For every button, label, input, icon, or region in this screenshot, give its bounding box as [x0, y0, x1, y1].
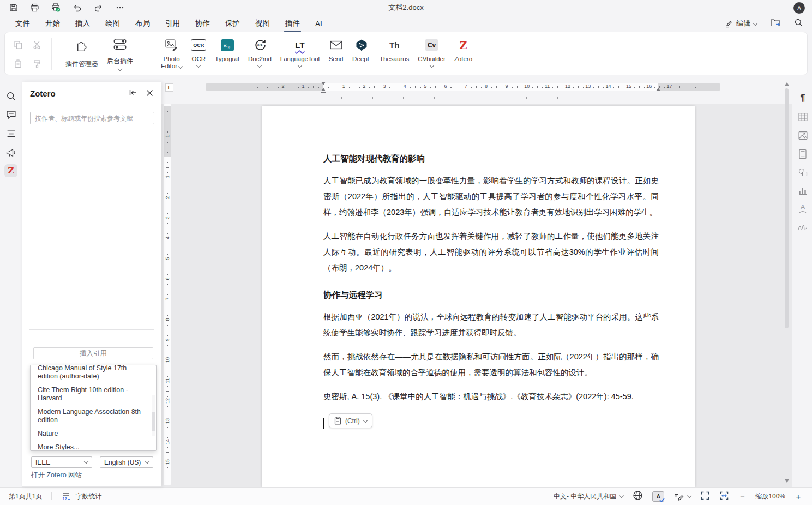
thesaurus-button[interactable]: Th Thesaurus [375, 38, 413, 63]
signature-icon[interactable] [796, 220, 809, 233]
table-icon[interactable] [796, 110, 809, 123]
photo-editor-button[interactable]: Photo Editor [157, 38, 187, 70]
word-count-button[interactable]: 12 字数统计 [61, 492, 101, 501]
citation-language-select[interactable]: English (US) [100, 456, 153, 468]
copy-icon[interactable] [14, 40, 23, 51]
close-panel-icon[interactable] [146, 89, 153, 99]
style-option-mla[interactable]: Modern Language Association 8th edition [38, 405, 145, 426]
zotero-panel-tab[interactable]: Z [4, 164, 17, 177]
fullscreen-icon[interactable] [700, 491, 710, 502]
tab-collaborate[interactable]: 协作 [195, 19, 210, 28]
first-line-indent-marker[interactable] [321, 82, 326, 85]
user-avatar[interactable]: A [793, 2, 805, 14]
clipboard-group [14, 40, 42, 70]
languagetool-button[interactable]: LT LanguageTool [276, 38, 324, 67]
language-selector[interactable]: 中文- 中华人民共和国 [554, 492, 623, 501]
scroll-down-icon[interactable] [785, 479, 789, 483]
format-painter-icon[interactable] [33, 59, 42, 70]
languagetool-icon: LT [295, 40, 304, 50]
scroll-up-icon[interactable] [785, 82, 789, 86]
citation-search-input[interactable] [30, 112, 154, 124]
left-indent-marker[interactable] [321, 92, 326, 93]
tab-draw[interactable]: 绘图 [105, 19, 120, 28]
doc-heading-2: 协作与远程学习 [323, 289, 659, 301]
search-icon[interactable] [4, 89, 17, 103]
edit-mode-label: 编辑 [736, 19, 750, 28]
formatting-marks-icon[interactable]: ¶ [796, 92, 809, 105]
paste-options-button[interactable]: (Ctrl) [329, 413, 372, 428]
background-plugins-button[interactable]: 后台插件 [103, 38, 137, 70]
panel-title: Zotero [30, 89, 129, 98]
deepl-icon [355, 38, 368, 52]
cvbuilder-button[interactable]: Cv CVbuilder [413, 38, 450, 67]
style-option-chicago[interactable]: Chicago Manual of Style 17th edition (au… [38, 365, 145, 383]
zoom-out-button[interactable]: − [738, 492, 746, 501]
globe-icon[interactable] [633, 490, 643, 502]
cut-icon[interactable] [33, 40, 42, 51]
tab-file[interactable]: 文件 [15, 19, 30, 28]
announcement-icon[interactable] [4, 146, 17, 159]
outline-icon[interactable] [4, 127, 17, 140]
document-scrollbar[interactable] [783, 80, 790, 487]
v-ruler[interactable]: 1123456789101112131415 [164, 104, 171, 485]
tab-selector-box[interactable]: L [165, 83, 173, 92]
tab-references[interactable]: 引用 [165, 19, 180, 28]
style-option-nature[interactable]: Nature [38, 426, 145, 440]
citation-language-value: English (US) [104, 459, 141, 466]
deepl-button[interactable]: DeepL [348, 38, 375, 63]
search-icon[interactable] [794, 18, 803, 29]
clipboard-icon [334, 417, 341, 425]
zotero-website-link[interactable]: 打开 Zotero 网站 [31, 471, 82, 480]
zotero-ribbon-button[interactable]: Z Zotero [450, 38, 477, 63]
citation-style-select[interactable]: IEEE [31, 456, 92, 468]
doc2md-button[interactable]: </> Doc2md [244, 38, 276, 67]
word-count-icon: 12 [61, 492, 71, 501]
plugin-manager-button[interactable]: 插件管理器 [61, 38, 103, 69]
insert-citation-button[interactable]: 插入引用 [33, 347, 153, 359]
image-icon[interactable] [796, 129, 809, 142]
text-cursor [323, 418, 324, 429]
chevron-down-icon [257, 63, 262, 68]
thesaurus-label: Thesaurus [380, 56, 409, 63]
style-option-more-styles[interactable]: More Styles... [38, 440, 145, 451]
chart-icon[interactable] [796, 184, 809, 197]
proofing-tools-button[interactable] [673, 492, 691, 501]
zoom-level-label[interactable]: 缩放100% [755, 492, 785, 501]
panel-divider [29, 329, 154, 330]
typograf-button[interactable]: «„ Typograf [210, 38, 244, 63]
send-button[interactable]: Send [324, 38, 348, 63]
tab-insert[interactable]: 插入 [75, 19, 90, 28]
comments-icon[interactable] [4, 108, 17, 121]
fit-width-icon[interactable] [719, 491, 729, 502]
edit-mode-selector[interactable]: 编辑 [725, 19, 757, 28]
right-indent-marker[interactable] [656, 88, 660, 91]
languagetool-label: LanguageTool [280, 56, 320, 63]
collapse-panel-icon[interactable] [129, 89, 137, 99]
plugin-manager-label: 插件管理器 [65, 59, 98, 69]
wordart-icon[interactable]: A [796, 202, 809, 215]
share-export-icon[interactable] [770, 18, 781, 29]
tab-view[interactable]: 视图 [255, 19, 270, 28]
puzzle-icon [75, 38, 89, 55]
tab-plugins[interactable]: 插件 [285, 19, 300, 28]
spellcheck-toggle[interactable]: A [652, 491, 664, 502]
h-ruler[interactable]: 211234567891011121314151617 [206, 83, 720, 91]
zoom-in-button[interactable]: + [795, 492, 802, 501]
paste-icon[interactable] [14, 59, 23, 70]
tab-layout[interactable]: 布局 [135, 19, 150, 28]
shapes-icon[interactable] [796, 166, 809, 179]
style-option-cite-them-right[interactable]: Cite Them Right 10th edition - Harvard [38, 383, 145, 405]
deepl-label: DeepL [352, 56, 371, 63]
tab-home[interactable]: 开始 [45, 19, 60, 28]
hanging-indent-marker[interactable] [321, 88, 326, 91]
ocr-label: OCR [191, 56, 206, 63]
menu-tabs: 文件 开始 插入 绘图 布局 引用 协作 保护 视图 插件 AI [0, 15, 812, 32]
dropdown-scrollbar[interactable] [152, 395, 155, 436]
document-page[interactable]: 人工智能对现代教育的影响 人工智能已成为教育领域的一股变革性力量，影响着学生的学… [262, 106, 695, 487]
chevron-down-icon [145, 459, 149, 464]
scrollbar-thumb[interactable] [785, 88, 789, 328]
tab-protect[interactable]: 保护 [225, 19, 240, 28]
page-layout-icon[interactable] [796, 147, 809, 160]
ocr-button[interactable]: OCR OCR [187, 38, 210, 67]
tab-ai[interactable]: AI [315, 20, 322, 28]
